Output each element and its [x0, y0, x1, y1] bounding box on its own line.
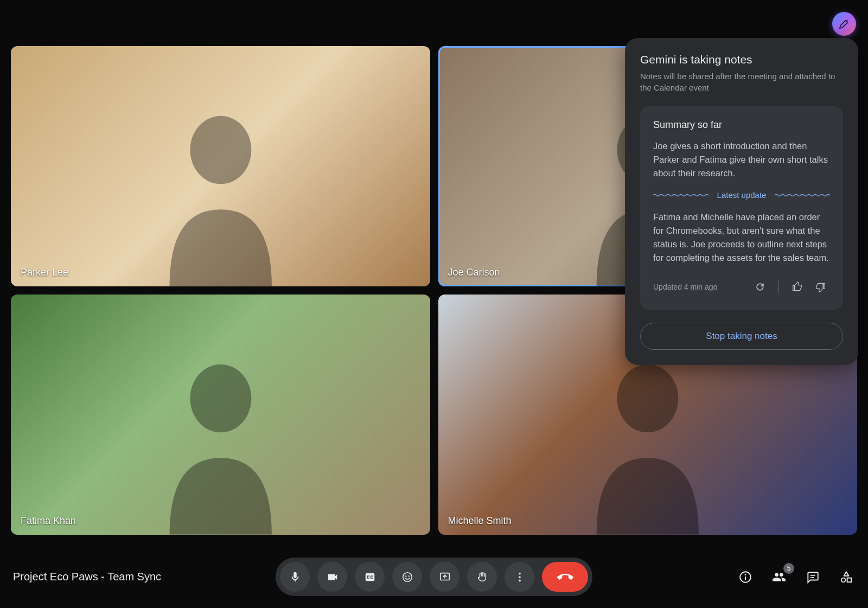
participant-name-label: Fatima Khan: [21, 515, 76, 527]
bottom-bar: Project Eco Paws - Team Sync: [0, 546, 868, 608]
svg-point-12: [841, 578, 846, 582]
updated-timestamp: Updated 4 min ago: [653, 283, 717, 291]
more-options-button[interactable]: [505, 562, 534, 592]
center-controls: [276, 558, 592, 596]
present-screen-icon: [439, 571, 451, 583]
latest-update-text: Fatima and Michelle have placed an order…: [653, 210, 830, 264]
summary-card: Summary so far Joe gives a short introdu…: [640, 106, 843, 310]
video-tile-fatima[interactable]: Fatima Khan: [11, 295, 430, 535]
svg-point-1: [405, 575, 406, 576]
camera-button[interactable]: [317, 562, 347, 592]
refresh-icon: [755, 281, 765, 292]
notes-subtitle: Notes will be shared after the meeting a…: [640, 71, 843, 93]
svg-point-0: [403, 572, 412, 581]
svg-rect-9: [745, 576, 746, 580]
captions-button[interactable]: [355, 562, 385, 592]
notes-title: Gemini is taking notes: [640, 53, 843, 66]
camera-icon: [327, 571, 339, 583]
shapes-icon: [839, 570, 853, 584]
svg-point-8: [745, 574, 746, 575]
more-vertical-icon: [514, 571, 526, 583]
thumbs-down-icon: [815, 281, 826, 292]
summary-footer: Updated 4 min ago: [653, 277, 830, 297]
thumbs-down-button[interactable]: [810, 277, 830, 297]
leave-call-button[interactable]: [542, 562, 588, 592]
latest-update-label: Latest update: [717, 190, 767, 200]
meeting-info-button[interactable]: [737, 568, 754, 586]
stop-taking-notes-button[interactable]: Stop taking notes: [640, 323, 843, 350]
meeting-title: Project Eco Paws - Team Sync: [13, 571, 161, 583]
closed-captions-icon: [364, 571, 376, 583]
video-tile-parker[interactable]: Parker Lee: [11, 46, 430, 286]
participant-name-label: Michelle Smith: [448, 515, 512, 527]
participant-count-badge: 5: [783, 563, 794, 574]
svg-rect-13: [847, 578, 852, 582]
summary-heading: Summary so far: [653, 119, 830, 131]
svg-point-6: [519, 579, 521, 581]
end-call-icon: [557, 569, 573, 585]
present-button[interactable]: [430, 562, 459, 592]
chat-button[interactable]: [804, 568, 821, 586]
right-controls: 5: [737, 568, 855, 586]
participants-button[interactable]: 5: [770, 568, 788, 586]
participant-name-label: Parker Lee: [21, 267, 68, 278]
latest-update-divider: Latest update: [653, 190, 830, 200]
pencil-sparkle-icon: [838, 18, 850, 30]
divider: [778, 280, 779, 293]
chat-icon: [806, 570, 820, 584]
gemini-notes-panel: Gemini is taking notes Notes will be sha…: [625, 38, 858, 365]
raise-hand-button[interactable]: [467, 562, 497, 592]
refresh-button[interactable]: [750, 277, 770, 297]
wavy-line-icon: [775, 194, 830, 197]
emoji-icon: [401, 571, 413, 583]
info-icon: [738, 570, 752, 584]
participant-name-label: Joe Carlson: [448, 267, 500, 278]
svg-point-4: [519, 572, 521, 574]
thumbs-up-icon: [792, 281, 803, 292]
gemini-button[interactable]: [832, 12, 856, 36]
people-icon: [772, 570, 786, 584]
activities-button[interactable]: [838, 568, 855, 586]
emoji-button[interactable]: [392, 562, 422, 592]
microphone-button[interactable]: [280, 562, 310, 592]
wavy-line-icon: [653, 194, 709, 197]
microphone-icon: [289, 571, 301, 583]
thumbs-up-button[interactable]: [788, 277, 807, 297]
video-placeholder: [11, 295, 430, 535]
svg-point-2: [408, 575, 409, 576]
svg-point-5: [519, 576, 521, 578]
raise-hand-icon: [476, 571, 488, 583]
summary-intro-text: Joe gives a short introduction and then …: [653, 139, 830, 180]
video-placeholder: [11, 46, 430, 286]
